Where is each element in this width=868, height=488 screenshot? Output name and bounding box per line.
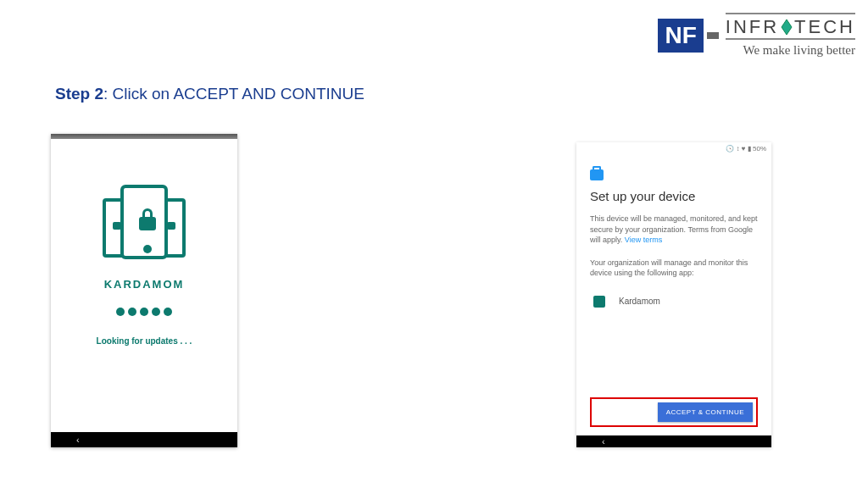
step-instruction: Step 2: Click on ACCEPT AND CONTINUE [55, 85, 364, 103]
phone-body: KARDAMOM Looking for updates . . . [51, 139, 237, 432]
nf-logo: NF [658, 19, 718, 53]
managed-app-name: Kardamom [619, 297, 660, 306]
screenshot-right: 🕓 ↕ ♥ ▮ 50% Set up your device This devi… [576, 142, 771, 447]
brand-tagline: We make living better [726, 43, 855, 58]
lock-shackle-icon [142, 208, 153, 217]
accept-continue-button[interactable]: ACCEPT & CONTINUE [658, 402, 753, 422]
view-terms-link[interactable]: View terms [625, 236, 662, 244]
android-nav-bar: ‹ [51, 432, 237, 447]
setup-paragraph-1: This device will be managed, monitored, … [590, 214, 758, 246]
dot-icon [152, 308, 160, 316]
status-bar: 🕓 ↕ ♥ ▮ 50% [576, 142, 771, 154]
step-desc: : Click on ACCEPT AND CONTINUE [103, 85, 364, 103]
divider-line [726, 13, 855, 14]
nf-mark: NF [658, 19, 703, 53]
briefcase-icon [590, 169, 604, 180]
app-title: KARDAMOM [104, 278, 185, 291]
app-icon-inner [593, 296, 605, 308]
nf-dash-icon [707, 32, 719, 39]
setup-paragraph-2: Your organization will manage and monito… [590, 258, 758, 279]
setup-title: Set up your device [590, 189, 758, 203]
back-icon[interactable]: ‹ [76, 435, 80, 445]
leaf-icon [780, 19, 793, 36]
brand-text: INFR TECH [726, 16, 855, 38]
dot-icon [128, 308, 136, 316]
divider-line [726, 38, 855, 40]
mini-lock-icon [167, 222, 175, 230]
brand-right: TECH [794, 16, 855, 38]
kardamom-app-icon [590, 294, 609, 309]
back-icon[interactable]: ‹ [602, 436, 605, 446]
dot-icon [116, 308, 125, 316]
dot-icon [164, 308, 172, 316]
status-icons: 🕓 ↕ ♥ ▮ 50% [726, 145, 766, 152]
infratech-block: INFR TECH We make living better [726, 13, 855, 58]
dot-icon [140, 308, 148, 316]
para1-text: This device will be managed, monitored, … [590, 214, 758, 244]
accept-highlight-box: ACCEPT & CONTINUE [590, 397, 758, 427]
phone-body: Set up your device This device will be m… [576, 154, 771, 435]
home-dot-icon [143, 245, 152, 253]
device-front-icon [120, 185, 168, 259]
status-text: Looking for updates . . . [97, 336, 192, 346]
brand-left: INFR [726, 16, 779, 38]
loader-dots [116, 308, 172, 316]
devices-lock-icon [97, 181, 191, 266]
managed-app-row: Kardamom [590, 294, 758, 309]
brand-header: NF INFR TECH We make living better [658, 13, 855, 58]
step-number: Step 2 [55, 85, 103, 103]
lock-icon [139, 217, 156, 230]
screenshot-left: KARDAMOM Looking for updates . . . ‹ [51, 134, 237, 447]
android-nav-bar: ‹ [576, 435, 771, 447]
